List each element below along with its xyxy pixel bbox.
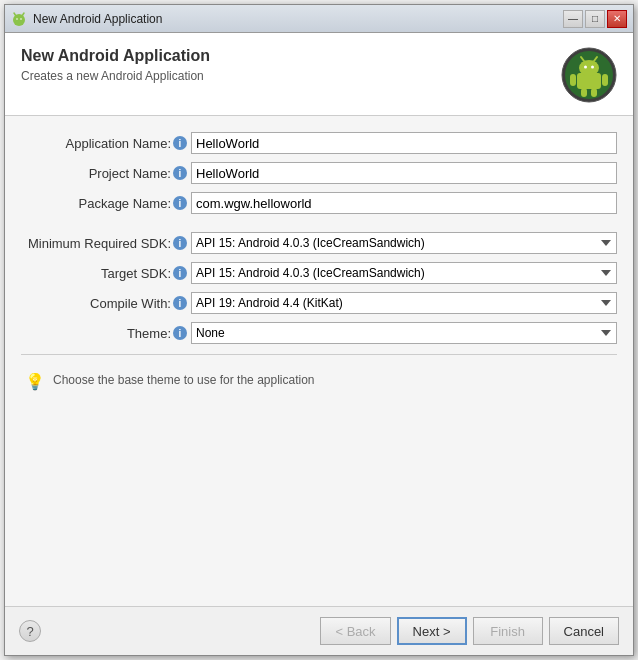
hint-icon: 💡 [25,372,45,391]
svg-rect-15 [602,74,608,86]
min-sdk-row: Minimum Required SDK: i API 15: Android … [21,232,617,254]
svg-point-11 [591,66,594,69]
package-name-row: Package Name: i [21,192,617,214]
target-sdk-select[interactable]: API 15: Android 4.0.3 (IceCreamSandwich)… [191,262,617,284]
title-bar: New Android Application — □ ✕ [5,5,633,33]
svg-point-10 [584,66,587,69]
title-bar-buttons: — □ ✕ [563,10,627,28]
dialog-subtitle: Creates a new Android Application [21,69,210,83]
svg-line-3 [22,13,24,16]
footer: ? < Back Next > Finish Cancel [5,606,633,655]
dialog-window: New Android Application — □ ✕ New Androi… [4,4,634,656]
compile-with-label: Compile With: i [21,296,191,311]
package-name-input[interactable] [191,192,617,214]
compile-with-row: Compile With: i API 19: Android 4.4 (Kit… [21,292,617,314]
header-section: New Android Application Creates a new An… [5,33,633,116]
application-name-row: Application Name: i [21,132,617,154]
svg-point-5 [20,18,22,20]
finish-button[interactable]: Finish [473,617,543,645]
target-sdk-info-icon[interactable]: i [173,266,187,280]
dialog-content: New Android Application Creates a new An… [5,33,633,606]
svg-point-4 [16,18,18,20]
application-name-info-icon[interactable]: i [173,136,187,150]
application-name-label: Application Name: i [21,136,191,151]
compile-with-select[interactable]: API 19: Android 4.4 (KitKat) API 18: And… [191,292,617,314]
min-sdk-label: Minimum Required SDK: i [21,236,191,251]
svg-point-9 [579,60,599,76]
next-button[interactable]: Next > [397,617,467,645]
package-name-info-icon[interactable]: i [173,196,187,210]
back-button[interactable]: < Back [320,617,390,645]
compile-with-info-icon[interactable]: i [173,296,187,310]
min-sdk-select[interactable]: API 15: Android 4.0.3 (IceCreamSandwich)… [191,232,617,254]
target-sdk-label: Target SDK: i [21,266,191,281]
maximize-button[interactable]: □ [585,10,605,28]
theme-info-icon[interactable]: i [173,326,187,340]
project-name-row: Project Name: i [21,162,617,184]
project-name-label: Project Name: i [21,166,191,181]
svg-rect-17 [591,88,597,97]
android-logo [561,47,617,103]
theme-row: Theme: i None Holo Light Holo Dark [21,322,617,344]
separator [21,354,617,355]
form-section: Application Name: i Project Name: i Pack… [5,116,633,606]
svg-rect-1 [15,19,23,25]
dialog-title: New Android Application [21,47,210,65]
project-name-input[interactable] [191,162,617,184]
help-button[interactable]: ? [19,620,41,642]
hint-row: 💡 Choose the base theme to use for the a… [21,365,617,399]
target-sdk-row: Target SDK: i API 15: Android 4.0.3 (Ice… [21,262,617,284]
window-icon [11,11,27,27]
theme-select[interactable]: None Holo Light Holo Dark [191,322,617,344]
min-sdk-info-icon[interactable]: i [173,236,187,250]
close-button[interactable]: ✕ [607,10,627,28]
package-name-label: Package Name: i [21,196,191,211]
title-bar-text: New Android Application [33,12,563,26]
theme-label: Theme: i [21,326,191,341]
project-name-info-icon[interactable]: i [173,166,187,180]
svg-rect-14 [570,74,576,86]
svg-rect-16 [581,88,587,97]
minimize-button[interactable]: — [563,10,583,28]
header-text: New Android Application Creates a new An… [21,47,210,83]
hint-text: Choose the base theme to use for the app… [53,373,315,387]
svg-line-2 [14,13,16,16]
application-name-input[interactable] [191,132,617,154]
cancel-button[interactable]: Cancel [549,617,619,645]
